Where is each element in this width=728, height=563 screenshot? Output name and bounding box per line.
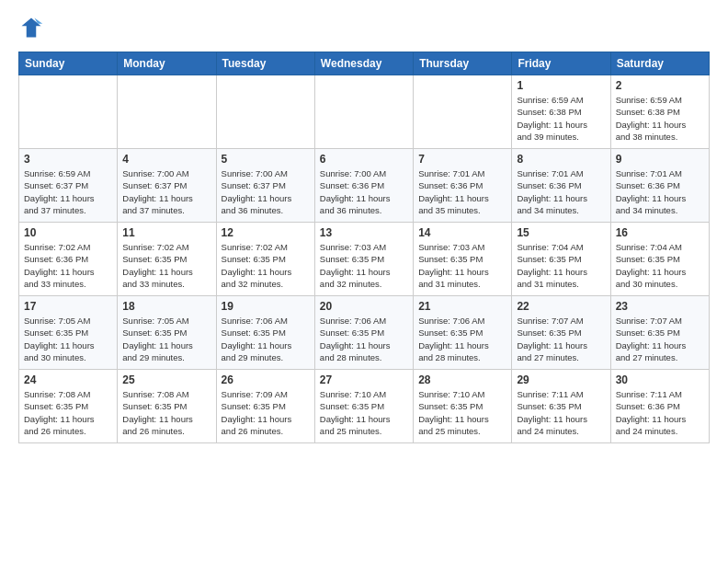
day-info: Sunrise: 7:08 AM Sunset: 6:35 PM Dayligh…: [24, 388, 112, 437]
day-cell: 8Sunrise: 7:01 AM Sunset: 6:36 PM Daylig…: [512, 149, 610, 223]
week-row-4: 17Sunrise: 7:05 AM Sunset: 6:35 PM Dayli…: [19, 296, 710, 370]
day-number: 15: [517, 226, 605, 239]
weekday-header-row: SundayMondayTuesdayWednesdayThursdayFrid…: [19, 52, 710, 75]
day-cell: [314, 75, 413, 149]
weekday-header-thursday: Thursday: [414, 52, 512, 75]
day-number: 3: [24, 153, 112, 166]
day-info: Sunrise: 7:11 AM Sunset: 6:35 PM Dayligh…: [517, 388, 605, 437]
day-info: Sunrise: 6:59 AM Sunset: 6:38 PM Dayligh…: [616, 94, 704, 143]
day-cell: 2Sunrise: 6:59 AM Sunset: 6:38 PM Daylig…: [610, 75, 709, 149]
day-info: Sunrise: 7:03 AM Sunset: 6:35 PM Dayligh…: [320, 241, 408, 290]
day-number: 4: [122, 153, 210, 166]
logo: [18, 15, 48, 40]
day-number: 27: [320, 373, 408, 386]
day-cell: 3Sunrise: 6:59 AM Sunset: 6:37 PM Daylig…: [19, 149, 118, 223]
day-number: 23: [616, 300, 704, 313]
day-info: Sunrise: 7:01 AM Sunset: 6:36 PM Dayligh…: [418, 167, 506, 216]
day-number: 22: [517, 300, 605, 313]
day-cell: 9Sunrise: 7:01 AM Sunset: 6:36 PM Daylig…: [610, 149, 709, 223]
week-row-3: 10Sunrise: 7:02 AM Sunset: 6:36 PM Dayli…: [19, 223, 710, 296]
day-number: 28: [418, 373, 506, 386]
day-cell: 17Sunrise: 7:05 AM Sunset: 6:35 PM Dayli…: [19, 296, 118, 370]
day-info: Sunrise: 7:00 AM Sunset: 6:37 PM Dayligh…: [122, 167, 210, 216]
day-cell: 7Sunrise: 7:01 AM Sunset: 6:36 PM Daylig…: [414, 149, 512, 223]
day-cell: 29Sunrise: 7:11 AM Sunset: 6:35 PM Dayli…: [512, 370, 610, 443]
day-info: Sunrise: 7:10 AM Sunset: 6:35 PM Dayligh…: [418, 388, 506, 437]
day-number: 17: [24, 300, 112, 313]
day-number: 10: [24, 226, 112, 239]
day-cell: 12Sunrise: 7:02 AM Sunset: 6:35 PM Dayli…: [216, 223, 314, 296]
day-number: 26: [222, 373, 310, 386]
day-cell: 11Sunrise: 7:02 AM Sunset: 6:35 PM Dayli…: [118, 223, 216, 296]
day-info: Sunrise: 7:04 AM Sunset: 6:35 PM Dayligh…: [517, 241, 605, 290]
week-row-1: 1Sunrise: 6:59 AM Sunset: 6:38 PM Daylig…: [19, 75, 710, 149]
day-info: Sunrise: 7:02 AM Sunset: 6:35 PM Dayligh…: [122, 241, 210, 290]
day-number: 14: [418, 226, 506, 239]
weekday-header-monday: Monday: [118, 52, 216, 75]
logo-icon: [18, 15, 44, 40]
day-info: Sunrise: 7:00 AM Sunset: 6:37 PM Dayligh…: [222, 167, 310, 216]
day-info: Sunrise: 7:04 AM Sunset: 6:35 PM Dayligh…: [616, 241, 704, 290]
day-cell: 13Sunrise: 7:03 AM Sunset: 6:35 PM Dayli…: [314, 223, 413, 296]
day-cell: 16Sunrise: 7:04 AM Sunset: 6:35 PM Dayli…: [610, 223, 709, 296]
day-number: 21: [418, 300, 506, 313]
day-info: Sunrise: 7:02 AM Sunset: 6:36 PM Dayligh…: [24, 241, 112, 290]
day-cell: [19, 75, 118, 149]
day-info: Sunrise: 7:01 AM Sunset: 6:36 PM Dayligh…: [517, 167, 605, 216]
day-info: Sunrise: 7:05 AM Sunset: 6:35 PM Dayligh…: [122, 315, 210, 363]
week-row-2: 3Sunrise: 6:59 AM Sunset: 6:37 PM Daylig…: [19, 149, 710, 223]
day-number: 20: [320, 300, 408, 313]
day-info: Sunrise: 7:03 AM Sunset: 6:35 PM Dayligh…: [418, 241, 506, 290]
page: SundayMondayTuesdayWednesdayThursdayFrid…: [0, 0, 728, 458]
day-cell: [216, 75, 314, 149]
day-cell: 10Sunrise: 7:02 AM Sunset: 6:36 PM Dayli…: [19, 223, 118, 296]
day-cell: 22Sunrise: 7:07 AM Sunset: 6:35 PM Dayli…: [512, 296, 610, 370]
day-info: Sunrise: 7:07 AM Sunset: 6:35 PM Dayligh…: [517, 315, 605, 363]
day-info: Sunrise: 7:11 AM Sunset: 6:36 PM Dayligh…: [616, 388, 704, 437]
day-cell: 14Sunrise: 7:03 AM Sunset: 6:35 PM Dayli…: [414, 223, 512, 296]
day-cell: 23Sunrise: 7:07 AM Sunset: 6:35 PM Dayli…: [610, 296, 709, 370]
day-cell: 27Sunrise: 7:10 AM Sunset: 6:35 PM Dayli…: [314, 370, 413, 443]
day-info: Sunrise: 7:00 AM Sunset: 6:36 PM Dayligh…: [320, 167, 408, 216]
day-number: 25: [122, 373, 210, 386]
day-cell: 25Sunrise: 7:08 AM Sunset: 6:35 PM Dayli…: [118, 370, 216, 443]
day-cell: 15Sunrise: 7:04 AM Sunset: 6:35 PM Dayli…: [512, 223, 610, 296]
day-number: 19: [222, 300, 310, 313]
week-row-5: 24Sunrise: 7:08 AM Sunset: 6:35 PM Dayli…: [19, 370, 710, 443]
weekday-header-saturday: Saturday: [610, 52, 709, 75]
day-cell: 21Sunrise: 7:06 AM Sunset: 6:35 PM Dayli…: [414, 296, 512, 370]
day-info: Sunrise: 7:06 AM Sunset: 6:35 PM Dayligh…: [320, 315, 408, 363]
day-info: Sunrise: 7:09 AM Sunset: 6:35 PM Dayligh…: [222, 388, 310, 437]
day-info: Sunrise: 7:06 AM Sunset: 6:35 PM Dayligh…: [418, 315, 506, 363]
weekday-header-friday: Friday: [512, 52, 610, 75]
day-info: Sunrise: 7:08 AM Sunset: 6:35 PM Dayligh…: [122, 388, 210, 437]
day-info: Sunrise: 7:06 AM Sunset: 6:35 PM Dayligh…: [222, 315, 310, 363]
day-cell: 1Sunrise: 6:59 AM Sunset: 6:38 PM Daylig…: [512, 75, 610, 149]
day-number: 12: [222, 226, 310, 239]
day-cell: 19Sunrise: 7:06 AM Sunset: 6:35 PM Dayli…: [216, 296, 314, 370]
day-info: Sunrise: 6:59 AM Sunset: 6:38 PM Dayligh…: [517, 94, 605, 143]
day-cell: 4Sunrise: 7:00 AM Sunset: 6:37 PM Daylig…: [118, 149, 216, 223]
day-number: 18: [122, 300, 210, 313]
header: [18, 15, 710, 40]
day-number: 1: [517, 79, 605, 92]
day-number: 7: [418, 153, 506, 166]
day-number: 30: [616, 373, 704, 386]
day-cell: [118, 75, 216, 149]
day-info: Sunrise: 7:05 AM Sunset: 6:35 PM Dayligh…: [24, 315, 112, 363]
day-number: 16: [616, 226, 704, 239]
day-info: Sunrise: 6:59 AM Sunset: 6:37 PM Dayligh…: [24, 167, 112, 216]
weekday-header-tuesday: Tuesday: [216, 52, 314, 75]
day-cell: 24Sunrise: 7:08 AM Sunset: 6:35 PM Dayli…: [19, 370, 118, 443]
day-cell: 18Sunrise: 7:05 AM Sunset: 6:35 PM Dayli…: [118, 296, 216, 370]
day-number: 11: [122, 226, 210, 239]
day-cell: 28Sunrise: 7:10 AM Sunset: 6:35 PM Dayli…: [414, 370, 512, 443]
day-info: Sunrise: 7:10 AM Sunset: 6:35 PM Dayligh…: [320, 388, 408, 437]
day-cell: [414, 75, 512, 149]
day-number: 13: [320, 226, 408, 239]
day-number: 9: [616, 153, 704, 166]
day-cell: 30Sunrise: 7:11 AM Sunset: 6:36 PM Dayli…: [610, 370, 709, 443]
day-number: 5: [222, 153, 310, 166]
day-info: Sunrise: 7:02 AM Sunset: 6:35 PM Dayligh…: [222, 241, 310, 290]
day-cell: 20Sunrise: 7:06 AM Sunset: 6:35 PM Dayli…: [314, 296, 413, 370]
